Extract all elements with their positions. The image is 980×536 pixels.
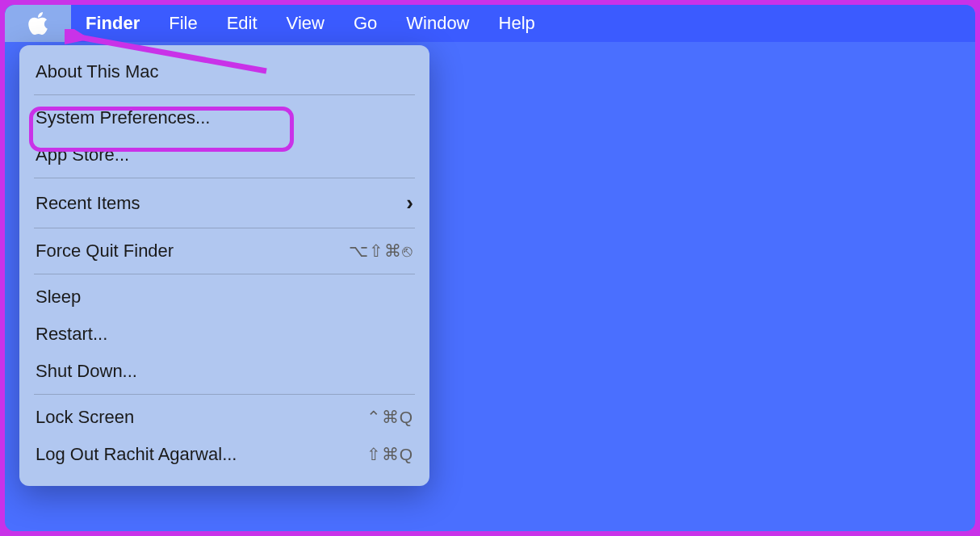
menu-item-label: Lock Screen (36, 407, 366, 428)
menubar-item-finder[interactable]: Finder (71, 5, 154, 42)
menu-separator (34, 394, 415, 395)
menubar-item-label: Help (499, 13, 535, 34)
menu-item-label: Recent Items (36, 193, 406, 214)
menu-separator (34, 94, 415, 95)
menu-item-log-out[interactable]: Log Out Rachit Agarwal... ⇧⌘Q (19, 436, 429, 473)
menubar-item-label: File (169, 13, 197, 34)
apple-menu-button[interactable] (5, 5, 71, 42)
menubar-item-label: Go (354, 13, 377, 34)
submenu-chevron-icon: › (406, 191, 413, 216)
menu-item-shut-down[interactable]: Shut Down... (19, 353, 429, 390)
menu-separator (34, 274, 415, 274)
menubar-item-label: Finder (86, 13, 140, 34)
menu-item-app-store[interactable]: App Store... (19, 136, 429, 174)
menu-item-recent-items[interactable]: Recent Items › (19, 182, 429, 224)
menu-item-label: Restart... (36, 324, 413, 345)
apple-icon (27, 10, 49, 36)
menu-item-label: Force Quit Finder (36, 241, 349, 262)
menubar-item-label: Window (406, 13, 469, 34)
menubar-item-label: Edit (227, 13, 258, 34)
menubar-item-go[interactable]: Go (339, 5, 392, 42)
menu-item-label: Sleep (36, 287, 413, 308)
keyboard-shortcut: ⌃⌘Q (366, 408, 413, 427)
menu-item-label: About This Mac (36, 61, 413, 82)
menu-item-lock-screen[interactable]: Lock Screen ⌃⌘Q (19, 399, 429, 436)
desktop: Finder File Edit View Go Window Help Abo… (5, 5, 975, 531)
menu-item-system-preferences[interactable]: System Preferences... (19, 99, 429, 136)
menu-item-restart[interactable]: Restart... (19, 316, 429, 353)
menu-item-label: System Preferences... (36, 107, 413, 128)
keyboard-shortcut: ⇧⌘Q (366, 445, 413, 464)
menu-item-sleep[interactable]: Sleep (19, 278, 429, 316)
menu-item-about-this-mac[interactable]: About This Mac (19, 53, 429, 90)
menubar: Finder File Edit View Go Window Help (5, 5, 975, 42)
menu-item-label: Shut Down... (36, 361, 413, 382)
menu-item-label: Log Out Rachit Agarwal... (36, 444, 366, 465)
menu-item-label: App Store... (36, 144, 413, 165)
menubar-item-edit[interactable]: Edit (212, 5, 272, 42)
menu-separator (34, 228, 415, 228)
menubar-item-file[interactable]: File (154, 5, 211, 42)
menubar-item-label: View (287, 13, 325, 34)
menu-separator (34, 178, 415, 178)
apple-menu-dropdown: About This Mac System Preferences... App… (19, 45, 429, 486)
menubar-item-window[interactable]: Window (392, 5, 484, 42)
keyboard-shortcut: ⌥⇧⌘⎋ (349, 241, 413, 261)
menubar-item-help[interactable]: Help (484, 5, 550, 42)
menubar-item-view[interactable]: View (272, 5, 339, 42)
menu-item-force-quit[interactable]: Force Quit Finder ⌥⇧⌘⎋ (19, 232, 429, 270)
